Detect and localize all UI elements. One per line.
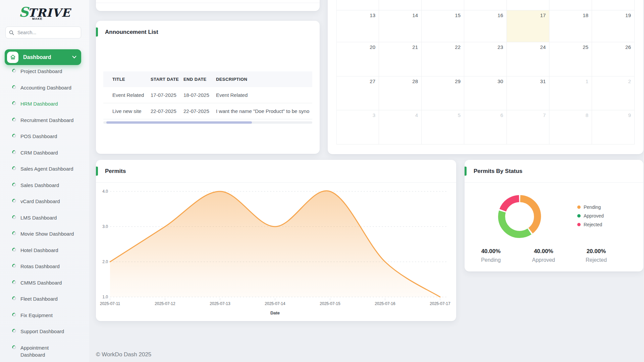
dashboard-item-icon <box>12 296 16 300</box>
sidebar-item-sales-dashboard[interactable]: Sales Dashboard <box>5 181 85 197</box>
announcement-row: Event Related17-07-202518-07-2025Event R… <box>103 87 312 103</box>
sidebar-item-hrm-dashboard[interactable]: HRM Dashboard <box>5 99 85 116</box>
search-input[interactable] <box>17 29 77 36</box>
brand-logo[interactable]: STRIVE MAKE <box>0 4 89 20</box>
legend-item-rejected[interactable]: Rejected <box>577 220 604 229</box>
calendar-day-empty[interactable] <box>549 0 592 10</box>
calendar-day-empty[interactable] <box>592 0 635 10</box>
permits-status-card: Permits By Status PendingApprovedRejecte… <box>465 160 643 272</box>
calendar-day-4[interactable]: 4 <box>379 110 422 144</box>
dashboard-item-icon <box>12 166 16 170</box>
calendar-day-empty[interactable] <box>422 0 464 10</box>
stat-label: Pending <box>465 257 517 263</box>
sidebar-item-label: Support Dashboard <box>20 327 64 335</box>
brand-logo-s: S <box>19 4 28 20</box>
svg-text:2025-07-17: 2025-07-17 <box>430 301 450 306</box>
calendar-day-21[interactable]: 21 <box>379 42 422 76</box>
permits-status-header: Permits By Status <box>465 160 643 183</box>
calendar-day-31[interactable]: 31 <box>507 76 549 110</box>
calendar-day-14[interactable]: 14 <box>379 10 422 42</box>
status-stat-pending: 40.00%Pending <box>465 248 517 263</box>
sidebar-item-recruitment-dashboard[interactable]: Recruitment Dashboard <box>5 116 85 132</box>
calendar-day-5[interactable]: 5 <box>422 110 464 144</box>
dashboard-item-icon <box>12 150 16 154</box>
announcement-table: TITLESTART DATEEND DATEDESCRIPTION Event… <box>103 71 312 119</box>
sidebar-item-lms-dashboard[interactable]: LMS Dashboard <box>5 213 85 230</box>
dashboard-item-icon <box>12 264 16 268</box>
search-box <box>5 26 81 39</box>
sidebar-item-accounting-dashboard[interactable]: Accounting Dashboard <box>5 83 85 100</box>
sidebar-item-pos-dashboard[interactable]: POS Dashboard <box>5 132 85 148</box>
calendar-day-empty[interactable] <box>464 0 507 10</box>
calendar-day-27[interactable]: 27 <box>336 76 379 110</box>
stat-percentage: 40.00% <box>517 248 570 255</box>
calendar-day-3[interactable]: 3 <box>336 110 379 144</box>
calendar-day-25[interactable]: 25 <box>549 42 592 76</box>
sidebar-item-support-dashboard[interactable]: Support Dashboard <box>5 327 85 343</box>
sidebar-item-movie-show-dashboard[interactable]: Movie Show Dashboard <box>5 229 85 246</box>
calendar-day-22[interactable]: 22 <box>422 42 464 76</box>
dashboard-item-icon <box>12 69 16 73</box>
sidebar-item-label: Fleet Dashboard <box>20 294 58 302</box>
calendar-day-17[interactable]: 17 <box>507 10 549 42</box>
sidebar-item-appointment-dashboard[interactable]: Appointment Dashboard <box>5 343 85 360</box>
sidebar-item-vcard-dashboard[interactable]: vCard Dashboard <box>5 197 85 213</box>
dashboard-menu-label: Dashboard <box>23 54 72 60</box>
calendar-day-29[interactable]: 29 <box>422 76 464 110</box>
sidebar-item-rotas-dashboard[interactable]: Rotas Dashboard <box>5 262 85 278</box>
permits-card-header: Permits <box>96 160 456 183</box>
calendar-day-9[interactable]: 9 <box>592 110 635 144</box>
sidebar-item-label: CRM Dashboard <box>20 148 58 156</box>
calendar-day-16[interactable]: 16 <box>464 10 507 42</box>
calendar-day-6[interactable]: 6 <box>464 110 507 144</box>
calendar-day-26[interactable]: 26 <box>592 42 635 76</box>
sidebar-item-crm-dashboard[interactable]: CRM Dashboard <box>5 148 85 165</box>
sidebar-item-label: LMS Dashboard <box>20 213 57 221</box>
calendar-day-15[interactable]: 15 <box>422 10 464 42</box>
calendar-day-23[interactable]: 23 <box>464 42 507 76</box>
announcement-cell: 17-07-2025 <box>151 87 183 103</box>
announcement-table-head: TITLESTART DATEEND DATEDESCRIPTION <box>103 71 312 87</box>
calendar-day-empty[interactable] <box>336 0 379 10</box>
calendar-card: 1314151617181920212223242526272829303112… <box>328 0 643 154</box>
calendar-day-19[interactable]: 19 <box>592 10 635 42</box>
sidebar-item-hotel-dashboard[interactable]: Hotel Dashboard <box>5 246 85 262</box>
calendar-day-13[interactable]: 13 <box>336 10 379 42</box>
calendar-day-1[interactable]: 1 <box>549 76 592 110</box>
announcement-list-card: Announcement List TITLESTART DATEEND DAT… <box>96 21 320 154</box>
legend-label: Approved <box>584 213 604 219</box>
sidebar-item-fleet-dashboard[interactable]: Fleet Dashboard <box>5 294 85 311</box>
sidebar-item-label: Sales Dashboard <box>20 181 59 189</box>
calendar-day-18[interactable]: 18 <box>549 10 592 42</box>
dashboard-menu-button[interactable]: Dashboard <box>5 49 81 65</box>
dashboard-item-icon <box>12 85 16 89</box>
permits-status-donut-chart <box>469 188 570 245</box>
dashboard-item-icon <box>12 345 16 349</box>
calendar-day-7[interactable]: 7 <box>507 110 549 144</box>
svg-text:Date: Date <box>270 310 280 315</box>
svg-text:2025-07-12: 2025-07-12 <box>155 301 175 306</box>
sidebar-item-fix-equipment[interactable]: Fix Equipment <box>5 311 85 327</box>
calendar-day-20[interactable]: 20 <box>336 42 379 76</box>
table-scrollbar-thumb[interactable] <box>106 121 252 124</box>
svg-text:3.0: 3.0 <box>102 224 108 229</box>
announcement-cell: Event Related <box>216 87 312 103</box>
sidebar-item-sales-agent-dashboard[interactable]: Sales Agent Dashboard <box>5 164 85 181</box>
card-accent-bar <box>96 27 98 37</box>
legend-item-pending[interactable]: Pending <box>577 203 604 212</box>
calendar-day-28[interactable]: 28 <box>379 76 422 110</box>
sidebar-item-label: Appointment Dashboard <box>20 343 55 358</box>
sidebar-item-cmms-dashboard[interactable]: CMMS Dashboard <box>5 278 85 295</box>
announcement-card-title: Announcement List <box>105 29 158 36</box>
calendar-day-8[interactable]: 8 <box>549 110 592 144</box>
calendar-day-empty[interactable] <box>379 0 422 10</box>
legend-item-approved[interactable]: Approved <box>577 212 604 220</box>
calendar-day-empty[interactable] <box>507 0 549 10</box>
sidebar-item-project-dashboard[interactable]: Project Dashboard <box>5 67 85 83</box>
calendar-day-2[interactable]: 2 <box>592 76 635 110</box>
announcement-cell: 22-07-2025 <box>151 103 183 119</box>
legend-dot-icon <box>577 214 581 218</box>
calendar-day-30[interactable]: 30 <box>464 76 507 110</box>
calendar-day-24[interactable]: 24 <box>507 42 549 76</box>
table-scrollbar-track[interactable] <box>103 121 312 124</box>
